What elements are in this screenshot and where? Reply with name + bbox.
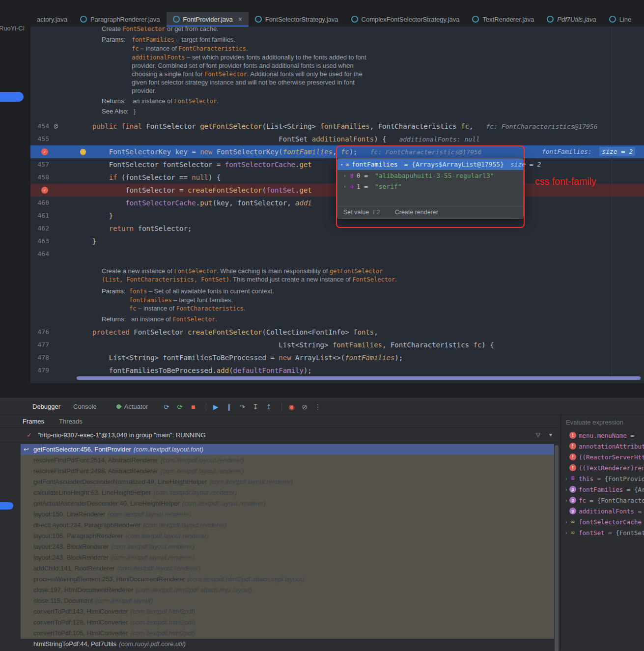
watch-row[interactable]: ›∞fontSelectorCache <box>561 516 644 527</box>
editor-tab-pdf7utils-java[interactable]: Pdf7Utils.java <box>540 12 602 27</box>
stack-frame-row[interactable]: getActualAscenderDescender:40, LineHeigh… <box>21 498 554 509</box>
popup-variable-header-row[interactable]: ▾ ∞ fontFamilies = {Arrays$ArrayList@179… <box>337 159 523 170</box>
mute-breakpoints-icon[interactable]: ◉ <box>286 403 296 411</box>
chevron-down-icon[interactable]: ▾ <box>340 162 343 167</box>
close-tab-icon[interactable]: × <box>238 16 242 23</box>
stack-frame-row[interactable]: htmlStringToPdf:44, Pdf7Utils(com.ruoyi.… <box>21 639 554 650</box>
stack-frame-row[interactable]: convertToPdf:143, HtmlConverter(com.itex… <box>21 606 554 617</box>
code-line-477[interactable]: 477List<String> fontFamilies, FontCharac… <box>30 339 644 351</box>
code-line-456[interactable]: ✓FontSelectorKey key = new FontSelectorK… <box>30 145 644 158</box>
chevron-right-icon[interactable]: › <box>563 487 569 492</box>
watch-row[interactable]: !menu.menuName = <box>561 430 644 441</box>
watch-row[interactable]: ›pfc = {FontCharacte <box>561 495 644 506</box>
stack-frame-row[interactable]: layout:243, BlockRenderer(com.itextpdf.l… <box>21 552 554 563</box>
breakpoint-icon[interactable]: ✓ <box>41 148 48 155</box>
breakpoint-icon[interactable]: ✓ <box>41 187 48 194</box>
stack-frame-row[interactable]: layout:106, ParagraphRenderer(com.itextp… <box>21 531 554 541</box>
editor-tab-fontprovider-java[interactable]: FontProvider.java× <box>167 12 249 27</box>
watch-row[interactable]: ›pfontFamilies = {Arra <box>561 484 644 495</box>
list-icon: ≣ <box>569 475 576 482</box>
editor-horizontal-scrollbar[interactable] <box>77 376 641 380</box>
step-over-icon[interactable]: ↷ <box>237 403 247 411</box>
variable-value: = <box>627 432 634 439</box>
stack-frame-row[interactable]: directLayout:234, ParagraphRenderer(com.… <box>21 520 554 531</box>
stack-frame-row[interactable]: addChild:141, RootRenderer(com.itextpdf.… <box>21 563 554 574</box>
subtab-frames[interactable]: Frames <box>23 418 44 425</box>
stack-frame-row[interactable]: convertToPdf:128, HtmlConverter(com.itex… <box>21 617 554 628</box>
frame-package: (com.ruoyi.pdf.core.util) <box>119 640 186 648</box>
editor-tab-complexfontselectorstrategy-java[interactable]: ComplexFontSelectorStrategy.java <box>345 12 466 27</box>
stack-frame-row[interactable]: ↩getFontSelector:456, FontProvider(com.i… <box>21 444 554 455</box>
popup-array-item-row[interactable]: ›≣1 = "serif" <box>337 181 523 192</box>
chevron-right-icon[interactable]: › <box>563 498 569 503</box>
debug-tab-console[interactable]: Console <box>73 403 97 410</box>
debug-toolbar: DebuggerConsoleActuator⟳⟳■▶∥↷↧↥◉⊘⋮ <box>0 398 644 415</box>
step-out-icon[interactable]: ↥ <box>264 403 274 411</box>
chevron-right-icon[interactable]: › <box>563 476 569 481</box>
thread-selector[interactable]: ✓ "http-nio-9307-exec-1"@13,040 in group… <box>0 428 560 442</box>
stack-frame-row[interactable]: getFontAscenderDescenderNormalized:49, L… <box>21 477 554 487</box>
watch-row[interactable]: ›∞fontSet = {FontSet@ <box>561 527 644 538</box>
rerun-debug-icon[interactable]: ⟳ <box>175 403 185 411</box>
line-number: 460 <box>30 197 49 209</box>
frames-scrollbar[interactable] <box>555 445 559 651</box>
code-line-478[interactable]: 478List<String> fontFamiliesToBeProcesse… <box>30 351 644 364</box>
list-item-icon: ≣ <box>350 172 354 179</box>
stack-frame-row[interactable]: close:115, Document(com.itextpdf.layout) <box>21 595 554 606</box>
view-breakpoints-icon[interactable]: ⊘ <box>300 403 309 411</box>
more-icon[interactable]: ⋮ <box>313 403 323 411</box>
resume-icon[interactable]: ▶ <box>211 403 221 411</box>
javadoc-line: fc – instance of FontCharacteristics. <box>30 304 644 312</box>
code-line-479[interactable]: 479fontFamiliesToBeProcessed.add(default… <box>30 364 644 377</box>
frame-location: getFontSelector:456, FontProvider <box>33 446 131 453</box>
editor-tab-textrenderer-java[interactable]: TextRenderer.java <box>466 12 540 27</box>
tab-actuator[interactable]: Actuator <box>116 403 148 410</box>
evaluate-expression-field[interactable]: Evaluate expression <box>561 415 644 430</box>
stack-frame-row[interactable]: resolveFirstPdfFont:2514, AbstractRender… <box>21 455 554 466</box>
pause-icon[interactable]: ∥ <box>224 403 234 411</box>
watch-row[interactable]: !((TextRenderer)ren <box>561 462 644 473</box>
debug-tab-debugger[interactable]: Debugger <box>32 403 60 410</box>
chevron-right-icon[interactable]: › <box>563 519 569 525</box>
code-line-464[interactable]: 464 <box>30 248 644 260</box>
subtab-threads[interactable]: Threads <box>59 418 83 425</box>
stack-frame-row[interactable]: processWaitingElement:253, HtmlDocumentR… <box>21 574 554 585</box>
step-into-icon[interactable]: ↧ <box>251 403 260 411</box>
editor-tab-line[interactable]: Line <box>603 12 638 27</box>
chevron-right-icon[interactable]: › <box>563 530 569 536</box>
stack-frame-row[interactable]: resolveFirstPdfFont:2498, AbstractRender… <box>21 466 554 477</box>
chevron-right-icon[interactable]: › <box>343 173 347 178</box>
stack-frame-row[interactable]: close:197, HtmlDocumentRenderer(com.itex… <box>21 585 554 595</box>
stack-frame-row[interactable]: convertToPdf:105, HtmlConverter(com.itex… <box>21 628 554 639</box>
line-number: 457 <box>30 158 49 171</box>
popup-array-item-row[interactable]: ›≣0 = "alibabapuhuiti-3-55-regularl3" <box>337 170 523 181</box>
filter-icon[interactable]: ▽ <box>536 431 540 438</box>
javadoc-line: Create a new instance of FontSelector. W… <box>30 267 644 275</box>
create-renderer-button[interactable]: Create renderer <box>395 209 438 216</box>
editor-tab-fontselectorstrategy-java[interactable]: FontSelectorStrategy.java <box>249 12 345 27</box>
code-line-454[interactable]: 454@public final FontSelector getFontSel… <box>30 120 644 133</box>
code-line-463[interactable]: 463} <box>30 235 644 248</box>
variable-name: fontSelectorCache <box>579 518 642 526</box>
chevron-right-icon[interactable]: › <box>343 184 347 189</box>
stack-frame-row[interactable]: calculateLineHeight:63, LineHeightHelper… <box>21 487 554 498</box>
watch-row[interactable]: ›≣this = {FontProvider <box>561 473 644 484</box>
rerun-icon[interactable]: ⟳ <box>162 403 171 411</box>
editor-tab-actory-java[interactable]: actory.java <box>30 12 74 27</box>
stack-frame-row[interactable]: layout:150, LineRenderer(com.itextpdf.la… <box>21 509 554 520</box>
watch-row[interactable]: !((ReactorServerHttp <box>561 452 644 462</box>
watch-row[interactable]: !annotationAttribute <box>561 441 644 452</box>
javadoc-line: provider. Combined set of font provider … <box>30 61 644 70</box>
editor-tab-paragraphrenderer-java[interactable]: ParagraphRenderer.java <box>74 12 167 27</box>
frame-location: processWaitingElement:253, HtmlDocumentR… <box>33 575 185 583</box>
set-value-button[interactable]: Set value <box>343 209 369 216</box>
chevron-down-icon[interactable]: ▾ <box>549 431 552 438</box>
tab-label: FontSelectorStrategy.java <box>265 16 338 23</box>
code-line-476[interactable]: 476protected FontSelector createFontSele… <box>30 326 644 339</box>
stack-frame-row[interactable]: layout:243, BlockRenderer(com.itextpdf.l… <box>21 541 554 552</box>
stop-icon[interactable]: ■ <box>188 403 198 411</box>
code-line-455[interactable]: 455FontSet additionalFonts) {additionalF… <box>30 133 644 145</box>
watch-row[interactable]: padditionalFonts = n <box>561 506 644 516</box>
intention-bulb-icon[interactable] <box>80 149 86 155</box>
code-line-462[interactable]: 462return fontSelector; <box>30 222 644 235</box>
